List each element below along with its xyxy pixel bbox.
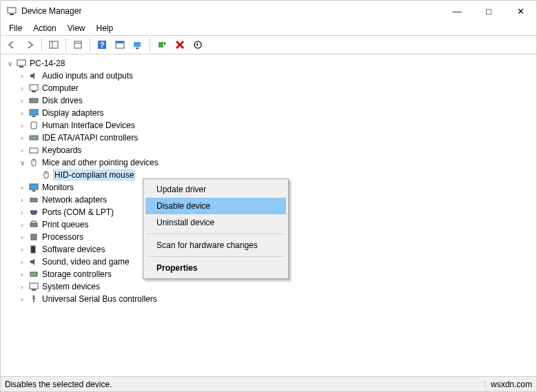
collapse-icon[interactable]: ∨ — [5, 59, 14, 68]
expand-icon[interactable]: › — [17, 232, 27, 242]
uninstall-button[interactable] — [172, 37, 188, 52]
tree-category[interactable]: ›IDE ATA/ATAPI controllers — [17, 132, 536, 144]
ctx-label: Disable device — [156, 201, 210, 211]
svg-rect-12 — [159, 42, 163, 48]
device-category-icon — [28, 293, 39, 305]
svg-rect-36 — [32, 221, 36, 223]
svg-rect-38 — [31, 246, 35, 253]
tree-category[interactable]: ›Computer — [17, 82, 536, 94]
ctx-label: Update driver — [156, 185, 206, 194]
device-category-icon — [28, 231, 39, 243]
device-category-icon — [28, 244, 39, 255]
svg-rect-21 — [32, 116, 35, 117]
collapse-icon[interactable]: ∨ — [17, 158, 27, 167]
svg-rect-20 — [30, 110, 38, 115]
expand-icon[interactable]: › — [17, 257, 27, 267]
svg-rect-17 — [32, 91, 36, 92]
scan-button[interactable] — [130, 37, 146, 52]
ctx-uninstall-device[interactable]: Uninstall device — [145, 214, 286, 231]
svg-rect-0 — [8, 8, 16, 13]
ctx-update-driver[interactable]: Update driver — [145, 181, 286, 198]
ctx-label: Scan for hardware changes — [156, 240, 258, 250]
expand-icon[interactable]: › — [17, 245, 27, 254]
tree-category[interactable]: ∨Mice and other pointing devices — [17, 156, 536, 169]
window-title: Device Manager — [21, 6, 441, 16]
expand-icon[interactable]: › — [17, 195, 27, 205]
svg-rect-2 — [50, 41, 58, 48]
expand-icon[interactable]: › — [17, 83, 27, 93]
menu-help[interactable]: Help — [91, 22, 119, 34]
ctx-separator — [147, 256, 285, 257]
expand-icon[interactable]: › — [17, 183, 27, 192]
device-category-icon — [28, 132, 39, 143]
expand-icon[interactable]: › — [17, 207, 27, 217]
forward-button[interactable] — [21, 37, 38, 52]
update-button[interactable] — [190, 37, 206, 52]
expand-icon[interactable]: › — [17, 133, 27, 143]
enable-button[interactable] — [154, 37, 170, 52]
maximize-button[interactable]: □ — [473, 1, 505, 21]
toolbar-separator — [90, 38, 90, 52]
tree-item-label: Monitors — [42, 183, 74, 192]
expand-icon[interactable]: › — [17, 121, 27, 130]
tree-category[interactable]: ›Human Interface Devices — [17, 119, 536, 132]
tree-item-label: HID-compliant mouse — [53, 169, 135, 180]
tree-item-label: Network adapters — [42, 195, 107, 205]
ctx-separator — [147, 234, 285, 234]
expand-icon[interactable]: › — [17, 96, 27, 105]
close-button[interactable]: ✕ — [505, 1, 536, 21]
expand-icon[interactable]: › — [17, 220, 27, 229]
toolbar-separator — [41, 38, 42, 52]
help-button[interactable]: ? — [94, 37, 110, 52]
ctx-label: Uninstall device — [156, 218, 214, 227]
expand-icon[interactable]: › — [17, 269, 27, 279]
svg-rect-39 — [30, 272, 37, 276]
expand-icon[interactable]: › — [17, 282, 27, 291]
context-menu: Update driver Disable device Uninstall d… — [143, 178, 289, 279]
expand-icon[interactable]: › — [17, 71, 27, 81]
toolbar-separator — [150, 38, 150, 52]
menu-file[interactable]: File — [3, 22, 28, 34]
ctx-disable-device[interactable]: Disable device — [145, 198, 286, 214]
svg-rect-24 — [30, 148, 38, 153]
svg-rect-10 — [134, 42, 141, 47]
device-category-icon — [28, 207, 39, 218]
device-category-icon — [28, 219, 39, 230]
show-hide-tree-button[interactable] — [45, 37, 62, 52]
svg-text:?: ? — [100, 41, 105, 49]
menu-bar: File Action View Help — [1, 21, 536, 35]
status-bar: Disables the selected device. wsxdn.com — [1, 376, 536, 391]
action-button[interactable] — [112, 37, 128, 52]
expand-icon[interactable]: › — [17, 108, 27, 118]
svg-rect-32 — [30, 198, 37, 202]
tree-item-label: Sound, video and game — [42, 257, 130, 267]
tree-category[interactable]: ›Display adapters — [17, 107, 536, 119]
minimize-button[interactable]: — — [441, 1, 473, 21]
tree-item-label: Audio inputs and outputs — [42, 71, 133, 81]
device-category-icon — [28, 120, 39, 131]
tree-category[interactable]: ›Keyboards — [17, 144, 536, 156]
ctx-properties[interactable]: Properties — [145, 260, 286, 276]
tree-item-label: System devices — [42, 282, 100, 291]
tree-category[interactable]: ›Universal Serial Bus controllers — [17, 293, 536, 305]
tree-root[interactable]: ∨ PC-14-28 — [5, 57, 536, 70]
tree-root-label: PC-14-28 — [30, 59, 65, 68]
menu-action[interactable]: Action — [28, 22, 61, 34]
properties-button[interactable] — [70, 37, 86, 52]
menu-view[interactable]: View — [62, 22, 91, 34]
device-category-icon — [28, 107, 39, 118]
svg-rect-14 — [17, 60, 26, 65]
tree-category[interactable]: ›System devices — [17, 280, 536, 293]
status-text: Disables the selected device. — [5, 380, 112, 389]
back-button[interactable] — [3, 37, 20, 52]
tree-item-label: Display adapters — [42, 108, 103, 118]
expand-icon[interactable]: › — [17, 294, 27, 304]
tree-category[interactable]: ›Audio inputs and outputs — [17, 70, 536, 82]
device-category-icon — [28, 269, 39, 280]
expand-icon[interactable]: › — [17, 145, 27, 155]
device-category-icon — [28, 194, 39, 205]
tree-item-label: Computer — [42, 83, 79, 93]
tree-category[interactable]: ›Disk drives — [17, 94, 536, 107]
ctx-scan-hardware[interactable]: Scan for hardware changes — [145, 237, 286, 254]
toolbar-separator — [65, 38, 66, 52]
